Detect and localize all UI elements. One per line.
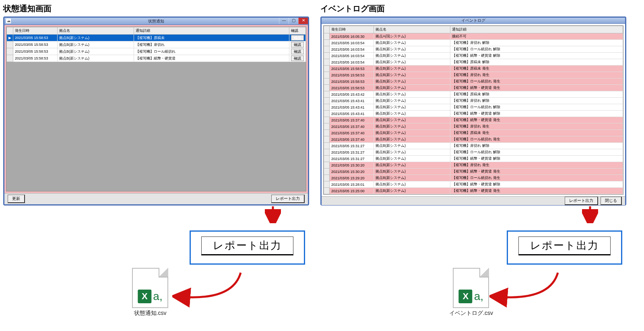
cell-site: 拠点B(新システム) bbox=[374, 72, 450, 78]
row-header bbox=[324, 111, 330, 117]
minimize-button[interactable]: — bbox=[279, 18, 289, 24]
cell-site: 拠点B(新システム) bbox=[374, 136, 450, 143]
cell-detail: 【複写機】扉切れ bbox=[134, 41, 289, 48]
cell-ack[interactable]: 確認 bbox=[289, 41, 306, 48]
cell-detail: 【複写機】原稿未 発生 bbox=[450, 130, 623, 136]
report-button[interactable]: レポート出力 bbox=[271, 195, 305, 203]
status-body: 発生日時 拠点名 通知詳細 確認 ▶2021/03/05 15:58:53拠点B… bbox=[4, 25, 308, 193]
col-detail[interactable]: 通知詳細 bbox=[134, 27, 289, 35]
table-row[interactable]: 2021/03/05 15:31:27拠点B(新システム)【複写機】ロール紙切れ… bbox=[324, 149, 623, 156]
table-row[interactable]: 2021/03/05 15:43:41拠点B(新システム)【複写機】紙幣・硬貨違… bbox=[324, 111, 623, 117]
col-datetime[interactable]: 発生日時 bbox=[13, 27, 58, 35]
status-titlebar[interactable]: ⛰ 状態通知 — ▢ ✕ bbox=[4, 18, 308, 25]
table-row[interactable]: 2021/03/05 16:03:54拠点B(新システム)【複写機】紙幣・硬貨違… bbox=[324, 53, 623, 59]
cell-detail: 【複写機】扉切れ 発生 bbox=[450, 162, 623, 169]
cell-datetime: 2021/03/05 15:58:53 bbox=[330, 78, 374, 85]
eventlog-window-title: イベントログ bbox=[461, 18, 485, 23]
col-site[interactable]: 拠点名 bbox=[374, 26, 450, 33]
cell-detail: 【複写機】ロール紙切れ 発生 bbox=[450, 78, 623, 85]
cell-datetime: 2021/03/05 15:58:53 bbox=[13, 48, 58, 55]
table-row[interactable]: 2021/03/05 15:58:53拠点B(新システム)【複写機】ロール紙切れ… bbox=[7, 48, 306, 55]
table-row[interactable]: 2021/03/05 15:30:20拠点B(新システム)【複写機】扉切れ 発生 bbox=[324, 162, 623, 169]
close-button[interactable]: ✕ bbox=[298, 18, 308, 24]
cell-site: 拠点B(新システム) bbox=[374, 59, 450, 66]
col-datetime[interactable]: 発生日時 bbox=[330, 26, 374, 33]
table-row[interactable]: 2021/03/05 15:37:40拠点B(新システム)【複写機】紙幣・硬貨違… bbox=[324, 117, 623, 123]
table-row[interactable]: 2021/03/05 15:28:01拠点B(新システム)【複写機】紙幣・硬貨違… bbox=[324, 181, 623, 188]
row-header bbox=[324, 78, 330, 85]
table-row[interactable]: 2021/03/05 15:58:53拠点B(新システム)【複写機】扉切れ確認 bbox=[7, 41, 306, 48]
col-detail[interactable]: 通知詳細 bbox=[450, 26, 623, 33]
cell-detail: 【複写機】ロール紙切れ bbox=[134, 48, 289, 55]
cell-detail: 【複写機】ロール紙切れ 発生 bbox=[450, 175, 623, 181]
cell-ack[interactable]: 確認 bbox=[289, 55, 306, 62]
row-header bbox=[324, 85, 330, 91]
cell-datetime: 2021/03/05 15:31:27 bbox=[330, 156, 374, 162]
close-button-footer[interactable]: 閉じる bbox=[601, 197, 622, 205]
table-row[interactable]: ▶2021/03/05 15:58:53拠点B(新システム)【複写機】原稿未確認 bbox=[7, 35, 306, 41]
cell-datetime: 2021/03/05 15:31:27 bbox=[330, 149, 374, 156]
right-csv-file[interactable]: Xa, イベントログ.csv bbox=[320, 268, 493, 317]
row-header bbox=[324, 98, 330, 104]
cell-detail: 【複写機】紙幣・硬貨違 解除 bbox=[450, 156, 623, 162]
cell-detail: 【複写機】紙幣・硬貨違 発生 bbox=[450, 117, 623, 123]
table-row[interactable]: 2021/03/05 16:03:54拠点B(新システム)【複写機】原稿未 解除 bbox=[324, 59, 623, 66]
cell-ack[interactable]: 確認 bbox=[289, 35, 306, 41]
col-ack[interactable]: 確認 bbox=[289, 27, 306, 35]
row-header bbox=[324, 143, 330, 149]
csv-file-icon: Xa, bbox=[453, 268, 489, 308]
table-row[interactable]: 2021/03/05 15:37:40拠点B(新システム)【複写機】原稿未 発生 bbox=[324, 130, 623, 136]
right-csv-filename: イベントログ.csv bbox=[449, 310, 493, 317]
row-header bbox=[324, 156, 330, 162]
table-row[interactable]: 2021/03/05 15:58:53拠点B(新システム)【複写機】原稿未 発生 bbox=[324, 66, 623, 72]
cell-site: 拠点B(新システム) bbox=[374, 169, 450, 175]
table-row[interactable]: 2021/03/05 16:05:30拠点A(現システム)接続不可 bbox=[324, 33, 623, 40]
table-row[interactable]: 2021/03/05 16:03:54拠点B(新システム)【複写機】扉切れ 解除 bbox=[324, 40, 623, 46]
table-row[interactable]: 2021/03/05 15:58:53拠点B(新システム)【複写機】ロール紙切れ… bbox=[324, 78, 623, 85]
status-footer: 更新 レポート出力 bbox=[4, 193, 308, 204]
arrow-curve-icon bbox=[489, 249, 570, 309]
table-row[interactable]: 2021/03/05 16:03:54拠点B(新システム)【複写機】ロール紙切れ… bbox=[324, 46, 623, 53]
status-grid[interactable]: 発生日時 拠点名 通知詳細 確認 ▶2021/03/05 15:58:53拠点B… bbox=[6, 27, 306, 191]
left-csv-file[interactable]: Xa, 状態通知.csv bbox=[3, 268, 168, 317]
table-row[interactable]: 2021/03/05 15:37:40拠点B(新システム)【複写機】ロール紙切れ… bbox=[324, 136, 623, 143]
cell-datetime: 2021/03/05 15:58:53 bbox=[13, 41, 58, 48]
update-button[interactable]: 更新 bbox=[8, 195, 25, 203]
row-header bbox=[324, 53, 330, 59]
row-header bbox=[324, 169, 330, 175]
table-row[interactable]: 2021/03/05 15:25:00拠点B(新システム)【複写機】紙幣・硬貨違… bbox=[324, 188, 623, 194]
cell-datetime: 2021/03/05 15:29:20 bbox=[330, 175, 374, 181]
row-header bbox=[324, 188, 330, 194]
table-row[interactable]: 2021/03/05 15:58:53拠点B(新システム)【複写機】扉切れ 発生 bbox=[324, 72, 623, 78]
cell-site: 拠点B(新システム) bbox=[374, 104, 450, 111]
table-row[interactable]: 2021/03/05 15:31:27拠点B(新システム)【複写機】扉切れ 解除 bbox=[324, 143, 623, 149]
table-row[interactable]: 2021/03/05 15:29:20拠点B(新システム)【複写機】ロール紙切れ… bbox=[324, 175, 623, 181]
table-row[interactable]: 2021/03/05 15:30:20拠点B(新システム)【複写機】紙幣・硬貨違… bbox=[324, 169, 623, 175]
eventlog-grid[interactable]: 発生日時 拠点名 通知詳細 2021/03/05 16:05:30拠点A(現シス… bbox=[323, 25, 623, 195]
report-button[interactable]: レポート出力 bbox=[565, 197, 598, 205]
eventlog-titlebar[interactable]: イベントログ bbox=[322, 18, 625, 24]
table-row[interactable]: 2021/03/05 15:43:41拠点B(新システム)【複写機】扉切れ 解除 bbox=[324, 98, 623, 104]
table-row[interactable]: 2021/03/05 15:37:40拠点B(新システム)【複写機】扉切れ 発生 bbox=[324, 123, 623, 130]
cell-datetime: 2021/03/05 16:05:30 bbox=[330, 33, 374, 40]
row-header bbox=[324, 66, 330, 72]
col-site[interactable]: 拠点名 bbox=[58, 27, 134, 35]
table-row[interactable]: 2021/03/05 15:31:27拠点B(新システム)【複写機】紙幣・硬貨違… bbox=[324, 156, 623, 162]
table-row[interactable]: 2021/03/05 15:58:53拠点B(新システム)【複写機】紙幣・硬貨違… bbox=[324, 85, 623, 91]
cell-site: 拠点B(新システム) bbox=[374, 149, 450, 156]
cell-ack[interactable]: 確認 bbox=[289, 48, 306, 55]
table-row[interactable]: 2021/03/05 15:43:42拠点B(新システム)【複写機】原稿未 解除 bbox=[324, 91, 623, 98]
cell-detail: 【複写機】原稿未 解除 bbox=[450, 59, 623, 66]
row-header bbox=[7, 55, 13, 62]
cell-site: 拠点B(新システム) bbox=[374, 156, 450, 162]
table-row[interactable]: 2021/03/05 15:58:53拠点B(新システム)【複写機】紙幣・硬貨違… bbox=[7, 55, 306, 62]
cell-datetime: 2021/03/05 15:58:53 bbox=[13, 35, 58, 41]
row-header bbox=[324, 40, 330, 46]
left-report-callout: レポート出力 bbox=[3, 230, 313, 265]
cell-datetime: 2021/03/05 15:43:41 bbox=[330, 98, 374, 104]
status-window-title: 状態通知 bbox=[148, 19, 164, 24]
table-row[interactable]: 2021/03/05 15:43:41拠点B(新システム)【複写機】ロール紙切れ… bbox=[324, 104, 623, 111]
cell-site: 拠点A(現システム) bbox=[374, 33, 450, 40]
maximize-button[interactable]: ▢ bbox=[289, 18, 298, 24]
row-header bbox=[324, 46, 330, 53]
